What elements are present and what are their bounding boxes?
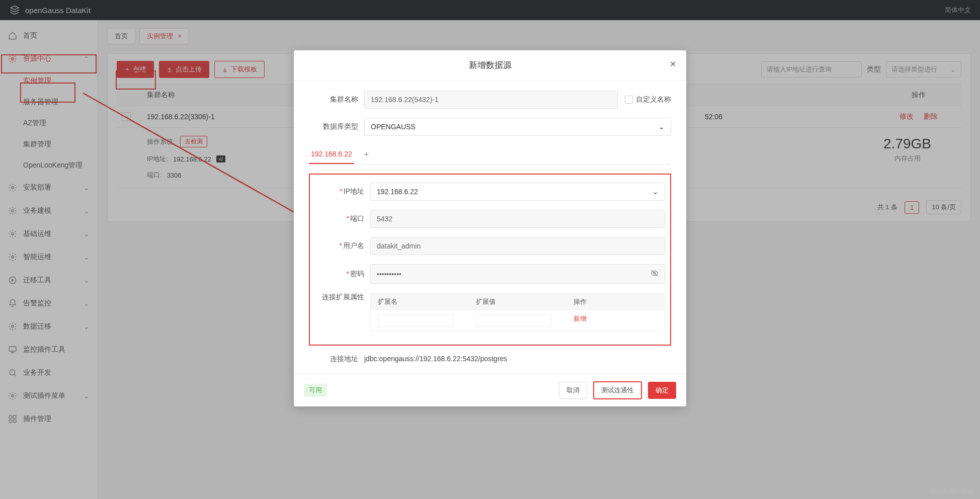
cancel-button[interactable]: 取消 xyxy=(559,382,587,399)
modal-title: 新增数据源 xyxy=(469,60,512,70)
connection-url: jdbc:opengauss://192.168.6.22:5432/postg… xyxy=(364,355,507,364)
ip-tab[interactable]: 192.168.6.22 xyxy=(309,145,354,164)
ip-select[interactable]: 192.168.6.22 ⌄ xyxy=(370,183,665,201)
chevron-down-icon: ⌄ xyxy=(652,188,659,196)
eye-off-icon[interactable] xyxy=(650,269,659,279)
watermark: CSDN @IT邦德 xyxy=(931,487,973,496)
ext-name-input[interactable] xyxy=(378,314,453,327)
modal: 新增数据源 ✕ 集群名称 192.168.6.22(5432)-1 自定义名称 … xyxy=(294,50,686,406)
modal-overlay: 新增数据源 ✕ 集群名称 192.168.6.22(5432)-1 自定义名称 … xyxy=(0,0,980,499)
ok-button[interactable]: 确定 xyxy=(648,382,676,399)
cluster-name-input[interactable]: 192.168.6.22(5432)-1 xyxy=(364,91,618,109)
dbtype-select[interactable]: OPENGAUSS ⌄ xyxy=(364,118,671,136)
close-icon[interactable]: ✕ xyxy=(670,59,676,69)
custom-name-checkbox[interactable] xyxy=(625,96,633,104)
test-connection-button[interactable]: 测试连通性 xyxy=(593,381,642,399)
chevron-down-icon: ⌄ xyxy=(659,123,665,131)
username-input[interactable]: datakit_admin xyxy=(370,237,665,255)
ext-value-input[interactable] xyxy=(476,314,551,327)
connection-form-group: *IP地址 192.168.6.22 ⌄ *端口 5432 *用户名 datak… xyxy=(309,174,671,346)
status-badge: 可用 xyxy=(304,384,327,397)
password-input[interactable]: •••••••••• xyxy=(370,264,665,284)
add-ip-tab[interactable]: + xyxy=(364,150,369,159)
ext-add-link[interactable]: 新增 xyxy=(574,315,587,322)
port-input[interactable]: 5432 xyxy=(370,210,665,228)
